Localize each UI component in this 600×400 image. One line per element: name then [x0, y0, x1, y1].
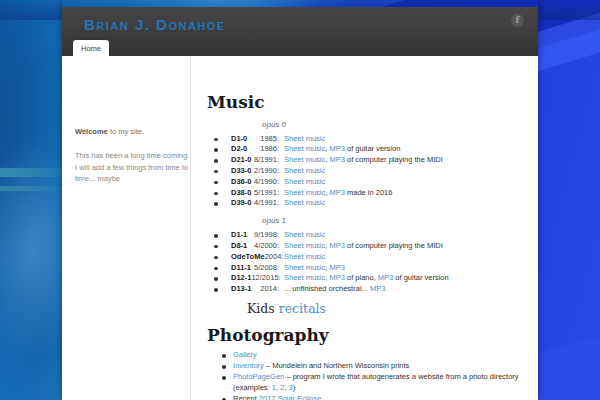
music-item: D33-02/1990:Sheet music — [207, 166, 529, 177]
inline-text: made in 2016 — [345, 188, 393, 197]
inline-link[interactable]: PhotoPageGen — [233, 372, 284, 381]
piece-date: 5/2008: — [254, 263, 279, 274]
inline-link[interactable]: Sheet music — [284, 198, 325, 207]
background-teal-streak-2 — [0, 186, 70, 191]
piece-date: 4/1990: — [254, 177, 279, 188]
music-item: D8-14/2000:Sheet music, MP3 of computer … — [207, 241, 529, 252]
piece-date: 1985: — [260, 134, 279, 145]
music-groups: opus 0D1-01985:Sheet musicD2-01986:Sheet… — [207, 120, 529, 295]
piece-name-date: D8-14/2000: — [231, 241, 279, 252]
piece-name: OdeToMe — [231, 252, 265, 263]
piece-date: 2/1990: — [254, 166, 279, 177]
piece-date: 8/1991: — [254, 155, 279, 166]
inline-text: of piano, — [345, 273, 378, 282]
inline-link[interactable]: MP3 — [329, 144, 344, 153]
piece-name-date: D36-04/1990: — [231, 177, 279, 188]
piece-name: D39-0 — [231, 198, 251, 209]
piece-name: D12-1 — [231, 273, 251, 284]
piece-name: D13-1 — [231, 284, 251, 295]
sidebar-paragraph: This has been a long time coming. I will… — [75, 150, 193, 184]
inline-link[interactable]: Sheet music — [284, 252, 325, 261]
inline-link[interactable]: MP3 — [329, 188, 344, 197]
inline-text: – Mundelein and Northern Wisconsin print… — [264, 361, 410, 370]
inline-link[interactable]: Sheet music — [284, 230, 325, 239]
piece-name-date: OdeToMe2004: — [231, 252, 279, 263]
piece-name-date: D11-15/2008: — [231, 263, 279, 274]
music-item: D12-112/2015:Sheet music, MP3 of piano, … — [207, 273, 529, 284]
music-item: D36-04/1990:Sheet music — [207, 177, 529, 188]
opus-label: opus 0 — [262, 120, 529, 129]
tab-home[interactable]: Home — [73, 40, 109, 56]
inline-link[interactable]: Sheet music — [284, 134, 325, 143]
photo-item: Recent 2017 Solar Eclipse — [207, 394, 529, 400]
piece-name-date: D13-12014: — [231, 284, 279, 295]
music-heading: Music — [207, 93, 529, 113]
site-title: Brian J. Donahoe — [84, 16, 226, 33]
opus-label: opus 1 — [262, 216, 529, 225]
music-item: D1-19/1998:Sheet music — [207, 230, 529, 241]
inline-link[interactable]: MP3 — [329, 155, 344, 164]
piece-name-date: D33-02/1990: — [231, 166, 279, 177]
photo-list: GalleryInventory – Mundelein and Norther… — [207, 350, 529, 400]
page-container: Brian J. Donahoe f Home Welcome to my si… — [62, 0, 538, 400]
piece-name-date: D38-05/1991: — [231, 188, 279, 199]
inline-link[interactable]: 2017 Solar Eclipse — [259, 394, 322, 400]
inline-link[interactable]: Sheet music — [284, 263, 325, 272]
main-column: Music opus 0D1-01985:Sheet musicD2-01986… — [207, 56, 529, 400]
inline-text: of computer playing the MIDI — [345, 155, 443, 164]
inline-text: Recent — [233, 394, 259, 400]
inline-link[interactable]: Gallery — [233, 350, 257, 359]
piece-name: D33-0 — [231, 166, 251, 177]
inline-link[interactable]: Sheet music — [284, 166, 325, 175]
music-item: D38-05/1991:Sheet music, MP3 made in 201… — [207, 188, 529, 199]
piece-date: 4/2000: — [254, 241, 279, 252]
inline-link[interactable]: Sheet music — [284, 144, 325, 153]
inline-link[interactable]: MP3 — [378, 273, 393, 282]
inline-link[interactable]: Sheet music — [284, 155, 325, 164]
inline-link[interactable]: MP3 — [329, 241, 344, 250]
inline-text: of guitar version — [393, 273, 448, 282]
piece-date: 4/1991: — [254, 198, 279, 209]
photo-item: Gallery — [207, 350, 529, 361]
inline-link[interactable]: MP3 — [370, 284, 385, 293]
piece-date: 2004: — [265, 252, 284, 263]
music-item: D11-15/2008:Sheet music, MP3 — [207, 263, 529, 274]
piece-name: D8-1 — [231, 241, 247, 252]
music-item: D1-01985:Sheet music — [207, 134, 529, 145]
music-item: OdeToMe2004:Sheet music — [207, 252, 529, 263]
inline-link[interactable]: Sheet music — [284, 177, 325, 186]
piece-name: D36-0 — [231, 177, 251, 188]
piece-date: 12/2015: — [251, 273, 280, 284]
piece-date: 9/1998: — [254, 230, 279, 241]
inline-text: of computer playing the MIDI — [345, 241, 443, 250]
inline-text: ... unfinished orchestral... — [284, 284, 370, 293]
piece-name: D1-0 — [231, 134, 247, 145]
piece-name-date: D1-19/1998: — [231, 230, 279, 241]
photo-item: Inventory – Mundelein and Northern Wisco… — [207, 361, 529, 372]
music-item: D2-01986:Sheet music, MP3 of guitar vers… — [207, 144, 529, 155]
piece-date: 2014: — [260, 284, 279, 295]
piece-date: 5/1991: — [254, 188, 279, 199]
welcome-bold: Welcome — [75, 127, 108, 136]
inline-text: – program I wrote that autogenerates a w… — [284, 372, 518, 381]
piece-name: D11-1 — [231, 263, 251, 274]
photo-item: PhotoPageGen – program I wrote that auto… — [207, 372, 529, 393]
inline-link[interactable]: Inventory — [233, 361, 264, 370]
music-item: D21-08/1991:Sheet music, MP3 of computer… — [207, 155, 529, 166]
piece-date: 1986: — [260, 144, 279, 155]
piece-name-date: D12-112/2015: — [231, 273, 279, 284]
inline-link[interactable]: recitals — [279, 301, 326, 316]
inline-link[interactable]: MP3 — [329, 263, 344, 272]
piece-name-date: D21-08/1991: — [231, 155, 279, 166]
facebook-icon[interactable]: f — [511, 14, 524, 27]
inline-link[interactable]: MP3 — [329, 273, 344, 282]
piece-name: D21-0 — [231, 155, 251, 166]
piece-name: D38-0 — [231, 188, 251, 199]
piece-name: D2-0 — [231, 144, 247, 155]
piece-name-date: D2-01986: — [231, 144, 279, 155]
inline-text: of guitar version — [345, 144, 400, 153]
inline-link[interactable]: Sheet music — [284, 241, 325, 250]
inline-link[interactable]: Sheet music — [284, 188, 325, 197]
piece-name-date: D1-01985: — [231, 134, 279, 145]
inline-link[interactable]: Sheet music — [284, 273, 325, 282]
